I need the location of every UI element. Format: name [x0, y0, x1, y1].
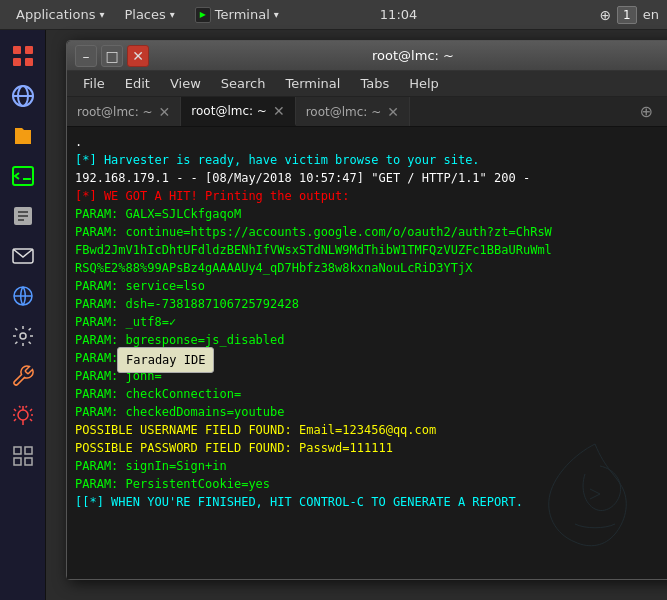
svg-rect-0: [13, 46, 21, 54]
dock-icon-bug[interactable]: [5, 398, 41, 434]
term-line-7: RSQ%E2%88%99APsBz4gAAAAUy4_qD7Hbfz38w8kx…: [75, 259, 667, 277]
menu-tabs[interactable]: Tabs: [352, 74, 397, 93]
term-line-10: PARAM: _utf8=✓: [75, 313, 667, 331]
menu-search[interactable]: Search: [213, 74, 274, 93]
term-line-11: PARAM: bgresponse=js_disabled: [75, 331, 667, 349]
places-arrow-icon: ▾: [170, 9, 175, 20]
term-line-13: PARAM: jonn=: [75, 367, 667, 385]
term-line-14: PARAM: checkConnection=: [75, 385, 667, 403]
terminal-titlebar: – □ ✕ root@lmc: ~: [67, 41, 667, 71]
dock-icon-settings[interactable]: [5, 318, 41, 354]
dock-icon-browser[interactable]: [5, 278, 41, 314]
applications-menu[interactable]: Applications ▾: [8, 5, 112, 24]
dock-icon-mail[interactable]: [5, 238, 41, 274]
tab-2[interactable]: root@lmc: ~ ✕: [181, 97, 295, 126]
maximize-button[interactable]: □: [101, 45, 123, 67]
workspace-badge[interactable]: 1: [617, 6, 637, 24]
term-line-19: PARAM: PersistentCookie=yes: [75, 475, 667, 493]
term-line-1: [*] Harvester is ready, have victim brow…: [75, 151, 667, 169]
svg-rect-1: [25, 46, 33, 54]
application-dock: [0, 30, 46, 600]
tab-3[interactable]: root@lmc: ~ ✕: [296, 97, 410, 126]
clock-display: 11:04: [380, 7, 417, 22]
tab-2-close[interactable]: ✕: [273, 104, 285, 118]
svg-rect-20: [14, 458, 21, 465]
desktop-area: READ – □ ✕ root@lmc: ~: [46, 30, 667, 600]
terminal-arrow-icon: ▾: [274, 9, 279, 20]
dock-icon-tools[interactable]: [5, 358, 41, 394]
svg-point-17: [18, 410, 28, 420]
dock-icon-apps[interactable]: [5, 38, 41, 74]
terminal-icon: ▶: [195, 7, 211, 23]
dock-icon-grid[interactable]: [5, 438, 41, 474]
applications-label: Applications: [16, 7, 95, 22]
terminal-menubar: File Edit View Search Terminal Tabs Help: [67, 71, 667, 97]
term-line-8: PARAM: service=lso: [75, 277, 667, 295]
language-indicator: en: [643, 7, 659, 22]
term-line-17: POSSIBLE PASSWORD FIELD FOUND: Passwd=11…: [75, 439, 667, 457]
applications-arrow-icon: ▾: [99, 9, 104, 20]
dock-icon-network[interactable]: [5, 78, 41, 114]
tab-add-button[interactable]: ⊕: [632, 97, 661, 126]
tab-3-close[interactable]: ✕: [387, 105, 399, 119]
terminal-window: – □ ✕ root@lmc: ~ File Edit View Search …: [66, 40, 667, 580]
term-line-2: 192.168.179.1 - - [08/May/2018 10:57:47]…: [75, 169, 667, 187]
term-line-4: PARAM: GALX=SJLCkfgaqoM: [75, 205, 667, 223]
svg-rect-19: [25, 447, 32, 454]
terminal-content[interactable]: . [*] Harvester is ready, have victim br…: [67, 127, 667, 579]
terminal-tabs: root@lmc: ~ ✕ root@lmc: ~ ✕ root@lmc: ~ …: [67, 97, 667, 127]
terminal-menu[interactable]: ▶ Terminal ▾: [187, 5, 287, 25]
tab-config-button[interactable]: ▾: [661, 97, 667, 126]
term-line-18: PARAM: signIn=Sign+in: [75, 457, 667, 475]
system-topbar: Applications ▾ Places ▾ ▶ Terminal ▾ 11:…: [0, 0, 667, 30]
network-icon: ⊕: [599, 7, 611, 23]
term-line-16: POSSIBLE USERNAME FIELD FOUND: Email=123…: [75, 421, 667, 439]
topbar-right-section: ⊕ 1 en: [599, 6, 659, 24]
svg-rect-2: [13, 58, 21, 66]
dock-icon-files[interactable]: [5, 118, 41, 154]
svg-point-16: [20, 333, 26, 339]
tab-2-label: root@lmc: ~: [191, 104, 267, 118]
places-menu[interactable]: Places ▾: [116, 5, 182, 24]
tab-1-label: root@lmc: ~: [77, 105, 153, 119]
dock-icon-terminal[interactable]: [5, 158, 41, 194]
terminal-controls: – □ ✕: [75, 45, 149, 67]
menu-view[interactable]: View: [162, 74, 209, 93]
svg-rect-18: [14, 447, 21, 454]
tab-1-close[interactable]: ✕: [159, 105, 171, 119]
term-line-6: FBwd2JmV1hIcDhtUFdldzBENhIfVWsxSTdNLW9Md…: [75, 241, 667, 259]
term-line-20: [[*] WHEN YOU'RE FINISHED, HIT CONTROL-C…: [75, 493, 667, 511]
term-line-15: PARAM: checkedDomains=youtube: [75, 403, 667, 421]
menu-file[interactable]: File: [75, 74, 113, 93]
terminal-label: Terminal: [215, 7, 270, 22]
minimize-button[interactable]: –: [75, 45, 97, 67]
menu-edit[interactable]: Edit: [117, 74, 158, 93]
term-line-9: PARAM: dsh=-7381887106725792428: [75, 295, 667, 313]
term-line-5: PARAM: continue=https://accounts.google.…: [75, 223, 667, 241]
svg-rect-3: [25, 58, 33, 66]
menu-help[interactable]: Help: [401, 74, 447, 93]
term-line-3: [*] WE GOT A HIT! Printing the output:: [75, 187, 667, 205]
svg-rect-21: [25, 458, 32, 465]
menu-terminal[interactable]: Terminal: [277, 74, 348, 93]
term-line-0: .: [75, 133, 667, 151]
dock-icon-text[interactable]: [5, 198, 41, 234]
tab-1[interactable]: root@lmc: ~ ✕: [67, 97, 181, 126]
close-button[interactable]: ✕: [127, 45, 149, 67]
term-line-12: PARAM: Msg=1: [75, 349, 667, 367]
desktop: READ – □ ✕ root@lmc: ~: [0, 30, 667, 600]
terminal-title: root@lmc: ~: [149, 48, 667, 63]
places-label: Places: [124, 7, 165, 22]
tab-3-label: root@lmc: ~: [306, 105, 382, 119]
